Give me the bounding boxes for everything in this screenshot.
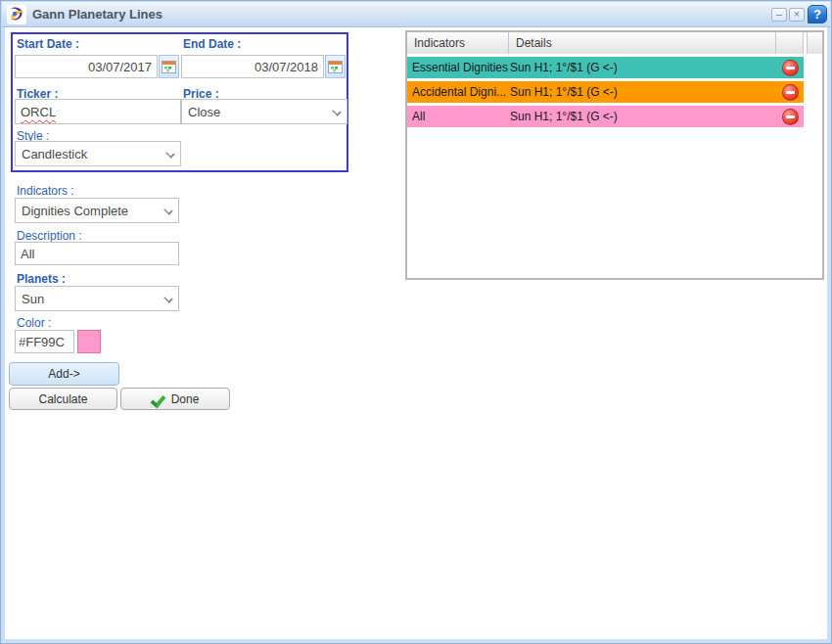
row-indicator: All (407, 110, 509, 123)
row-details: Sun H1; 1°/$1 (G <-) (509, 110, 782, 123)
column-header-actions (776, 32, 804, 54)
description-input[interactable] (15, 242, 179, 265)
table-row[interactable]: Accidental Digni...Sun H1; 1°/$1 (G <-) (407, 81, 804, 103)
chevron-down-icon (164, 207, 172, 214)
table-rows: Essential DignitiesSun H1; 1°/$1 (G <-)A… (407, 54, 804, 127)
table-row[interactable]: Essential DignitiesSun H1; 1°/$1 (G <-) (407, 57, 804, 78)
planets-label: Planets : (17, 272, 66, 286)
start-date-calendar-icon[interactable] (159, 55, 179, 78)
chevron-down-icon (333, 108, 341, 115)
check-icon (152, 392, 165, 406)
chevron-down-icon (164, 295, 172, 302)
minimize-button[interactable]: – (771, 8, 787, 22)
style-value: Candlestick (22, 147, 87, 161)
price-value: Close (188, 105, 220, 119)
table-row[interactable]: AllSun H1; 1°/$1 (G <-) (407, 106, 804, 127)
row-indicator: Accidental Digni... (407, 85, 509, 99)
style-select[interactable]: Candlestick (15, 141, 181, 166)
remove-row-icon[interactable] (782, 60, 799, 76)
end-date-calendar-icon[interactable] (325, 55, 346, 78)
price-select[interactable]: Close (181, 99, 347, 124)
chevron-down-icon (166, 150, 174, 158)
help-icon[interactable]: ? (808, 5, 827, 23)
description-label: Description : (17, 229, 82, 243)
color-swatch[interactable] (77, 330, 101, 353)
column-header-details[interactable]: Details (509, 32, 776, 54)
column-header-indicators[interactable]: Indicators (407, 32, 509, 54)
end-date-input[interactable] (181, 55, 324, 78)
indicators-select[interactable]: Dignities Complete (15, 198, 179, 223)
remove-row-icon[interactable] (782, 84, 799, 101)
row-details: Sun H1; 1°/$1 (G <-) (509, 61, 782, 74)
indicators-table: Indicators Details Essential DignitiesSu… (405, 30, 824, 280)
ticker-value: ORCL (21, 105, 56, 119)
window-title: Gann Planetary Lines (32, 2, 162, 27)
start-date-input[interactable] (15, 55, 158, 78)
ticker-input[interactable]: ORCL (15, 99, 181, 124)
close-button[interactable]: × (789, 8, 805, 22)
done-button-label: Done (171, 392, 200, 406)
planets-value: Sun (22, 292, 44, 306)
done-button[interactable]: Done (120, 388, 230, 410)
indicators-value: Dignities Complete (22, 204, 128, 218)
gann-planetary-lines-dialog: Gann Planetary Lines – × ? Start Date : … (0, 0, 832, 644)
calculate-button[interactable]: Calculate (9, 388, 117, 410)
start-date-label: Start Date : (17, 37, 79, 51)
color-input[interactable] (15, 330, 74, 353)
add-button[interactable]: Add-> (9, 362, 119, 386)
table-header: Indicators Details (407, 32, 822, 54)
app-logo-icon (7, 5, 26, 24)
titlebar: Gann Planetary Lines – × ? (2, 2, 830, 27)
color-label: Color : (17, 316, 51, 330)
row-details: Sun H1; 1°/$1 (G <-) (509, 85, 782, 99)
planets-select[interactable]: Sun (15, 286, 179, 311)
indicators-label: Indicators : (17, 184, 74, 198)
scrollbar-cap (807, 32, 822, 54)
end-date-label: End Date : (183, 37, 241, 51)
remove-row-icon[interactable] (782, 109, 799, 125)
row-indicator: Essential Dignities (407, 61, 509, 74)
